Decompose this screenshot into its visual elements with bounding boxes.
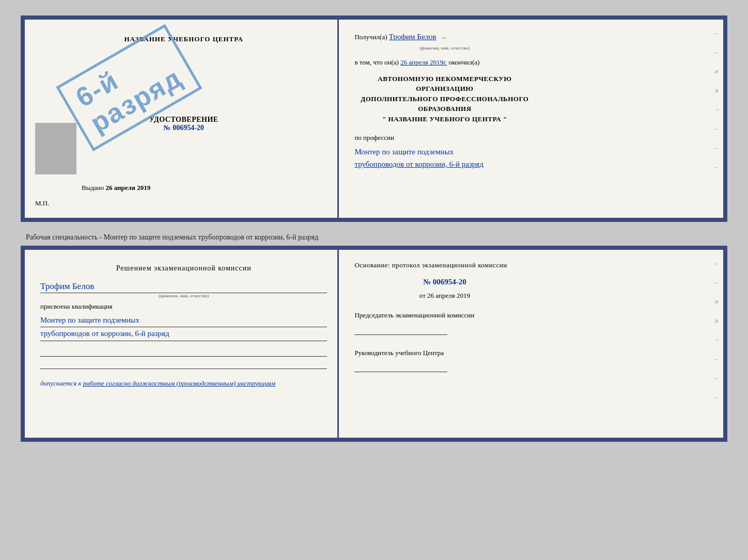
dopuskaetsya-block: допускается к работе согласно должностны… (40, 379, 327, 388)
fio-sub-bottom: (фамилия, имя, отчество) (40, 293, 327, 298)
cert-top-right: Получил(а) Трофим Белов – (фамилия, имя,… (339, 20, 550, 181)
date-value-top: 26 апреля 2019г. (400, 58, 447, 66)
bottom-lines (40, 346, 327, 369)
cert-bottom-right: Основание: протокол экзаменационной коми… (339, 250, 550, 383)
ot-date: от 26 апреля 2019 (354, 292, 535, 300)
bottom-certificate: Решением экзаменационной комиссии Трофим… (21, 246, 727, 442)
vtom-line: в том, что он(а) 26 апреля 2019г. окончи… (354, 56, 535, 68)
profession-line1: Монтер по защите подземных (354, 148, 454, 156)
decorative-side-bottom: – – и а ← – – – (715, 250, 721, 438)
proto-number: 006954-20 (433, 278, 466, 286)
org-block-top: АВТОНОМНУЮ НЕКОММЕРЧЕСКУЮ ОРГАНИЗАЦИЮ ДО… (354, 74, 535, 124)
org-line3: " НАЗВАНИЕ УЧЕБНОГО ЦЕНТРА " (354, 114, 535, 124)
po-professii-label: по профессии (354, 132, 535, 143)
dopuskaetsya-value: работе согласно должностным (производств… (83, 379, 275, 387)
number-prefix: № (164, 124, 171, 132)
osnovanie-label: Основание: протокол экзаменационной коми… (354, 260, 535, 270)
fio-bottom: Трофим Белов (40, 281, 327, 293)
number-value: 006954-20 (173, 124, 204, 132)
predsedatel-label: Председатель экзаменационной комиссии (354, 311, 474, 319)
profession-line2: трубопроводов от коррозии, 6-й разряд (354, 160, 484, 168)
dopuskaetsya-prefix: допускается к (40, 379, 82, 387)
vtom-label: в том, что он(а) (354, 58, 399, 66)
org-line1: АВТОНОМНУЮ НЕКОММЕРЧЕСКУЮ ОРГАНИЗАЦИЮ (354, 74, 535, 94)
vydano-block: Выдано 26 апреля 2019 (82, 184, 150, 192)
mp-label: М.П. (35, 199, 49, 207)
vydano-date: 26 апреля 2019 (106, 184, 151, 191)
fio-top: Трофим Белов (389, 33, 437, 41)
photo-placeholder (35, 123, 76, 174)
fio-sub-top: (фамилия, имя, отчество) (354, 44, 535, 52)
cert-number: № 006954-20 (164, 124, 204, 132)
cert-top-right-wrapper: Получил(а) Трофим Белов – (фамилия, имя,… (339, 20, 723, 218)
cert-bottom-right-wrapper: Основание: протокол экзаменационной коми… (339, 250, 723, 438)
line-item-2 (40, 359, 327, 369)
profession-top: Монтер по защите подземных трубопроводов… (354, 146, 535, 170)
cert-bottom-left: Решением экзаменационной комиссии Трофим… (25, 250, 339, 438)
ot-prefix: от (419, 292, 426, 299)
qualification-block: Монтер по защите подземных трубопроводов… (40, 314, 327, 341)
rukovoditel-block: Руководитель учебного Центра (354, 348, 535, 373)
fio-block-bottom: Трофим Белов (фамилия, имя, отчество) (40, 281, 327, 298)
line-item-1 (40, 346, 327, 357)
poluchil-label: Получил(а) (354, 33, 387, 41)
predsedatel-signature-line (354, 325, 447, 335)
separator-text: Рабочая специальность - Монтер по защите… (21, 228, 727, 246)
okonchil-label: окончил(а) (448, 58, 479, 66)
predsedatel-block: Председатель экзаменационной комиссии (354, 310, 535, 335)
page-wrapper: НАЗВАНИЕ УЧЕБНОГО ЦЕНТРА 6-й разряд УДОС… (10, 10, 738, 447)
resheniem-label: Решением экзаменационной комиссии (40, 263, 327, 274)
org-line2: ДОПОЛНИТЕЛЬНОГО ПРОФЕССИОНАЛЬНОГО ОБРАЗО… (354, 94, 535, 114)
proto-prefix: № (423, 278, 431, 286)
rukovoditel-label: Руководитель учебного Центра (354, 349, 444, 357)
cert-top-left: НАЗВАНИЕ УЧЕБНОГО ЦЕНТРА 6-й разряд УДОС… (25, 20, 339, 218)
udostoverenie-label: УДОСТОВЕРЕНИЕ (149, 116, 219, 124)
top-certificate: НАЗВАНИЕ УЧЕБНОГО ЦЕНТРА 6-й разряд УДОС… (21, 15, 727, 222)
poluchil-line: Получил(а) Трофим Белов – (фамилия, имя,… (354, 30, 535, 52)
ot-date-value: 26 апреля 2019 (427, 292, 470, 299)
prisvoena-label: присвоена квалификация (40, 302, 327, 311)
decorative-side-top: – – и а ← – – – (715, 20, 721, 218)
vydano-label: Выдано (82, 184, 104, 191)
qual-line2: трубопроводов от коррозии, 6-й разряд (40, 327, 327, 341)
protocol-number: № 006954-20 (354, 278, 535, 286)
qual-line1: Монтер по защите подземных (40, 314, 327, 328)
rukovoditel-signature-line (354, 362, 447, 372)
